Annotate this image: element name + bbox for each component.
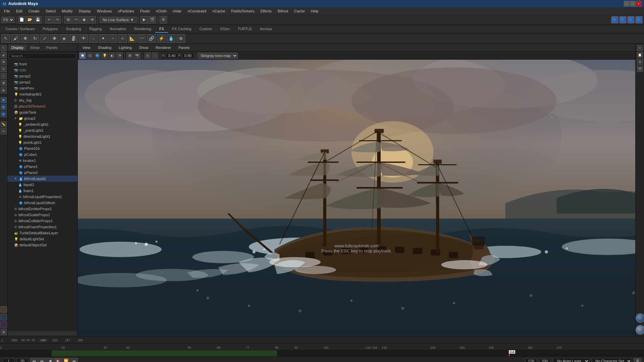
channel-box-btn[interactable]: ≡ [637, 45, 643, 51]
annotate-tool[interactable]: ✏ [1, 128, 7, 134]
snap-point-btn[interactable]: ◉ [80, 16, 88, 23]
open-scene-btn[interactable]: 📂 [26, 16, 34, 23]
render-btn[interactable]: 🎬 [149, 16, 156, 23]
range-end-input[interactable] [525, 358, 537, 362]
tree-item-bifrostcollider[interactable]: ⚙bifrostColliderProps1 [7, 218, 77, 224]
new-scene-btn[interactable]: 📄 [18, 16, 25, 23]
fx-fluid-btn[interactable]: ~ [108, 34, 117, 43]
menu-cache[interactable]: Cache [291, 8, 308, 14]
anim-layer-select[interactable]: No Anim Layer [553, 358, 590, 362]
view-menu[interactable]: View [80, 45, 93, 50]
go-end-btn[interactable]: ⏭ [70, 358, 78, 362]
tree-item-pointlight1[interactable]: 💡_pointLight1 [7, 127, 77, 133]
render-settings-btn[interactable]: 🎬 [637, 66, 643, 72]
vp-camera-btn[interactable]: 📷 [134, 52, 141, 59]
right-tool-3[interactable]: 🔵 [627, 16, 635, 23]
menu-ncloth[interactable]: nCloth [153, 8, 169, 14]
tree-item-bifrostliquid[interactable]: ▼💧bifrostLiquid1 [7, 176, 77, 182]
menu-create[interactable]: Create [26, 8, 42, 14]
tab-rigging[interactable]: Rigging [85, 25, 106, 33]
tree-item-turtle[interactable]: 🐢TurtleDefaultBakeLayer [7, 230, 77, 236]
tool-settings-btn[interactable]: ⚙ [637, 59, 643, 65]
scale-tool[interactable]: ⤢ [1, 73, 7, 79]
vp-textured-btn[interactable]: 🔷 [94, 52, 101, 59]
tree-item-texture[interactable]: 🖼place3dTexture1 [7, 103, 77, 109]
menu-nhair[interactable]: nHair [170, 8, 184, 14]
play-back-btn[interactable]: ◀ [46, 358, 54, 362]
menu-file[interactable]: File [1, 8, 13, 14]
fx-rotate-btn[interactable]: ↻ [31, 34, 39, 43]
menu-ncache[interactable]: nCache [210, 8, 228, 14]
tree-item-side[interactable]: 📷side [7, 67, 77, 73]
vp-shadow-btn[interactable]: ◐ [109, 52, 115, 59]
fx-sculpt-btn[interactable]: 🗿 [69, 34, 78, 43]
menu-windows[interactable]: Windows [94, 8, 115, 14]
far-clip-input[interactable] [182, 53, 194, 58]
tab-animation[interactable]: Animation [106, 25, 130, 33]
end-frame-input[interactable] [539, 358, 551, 362]
vp-shaded-btn[interactable]: 🔲 [79, 52, 86, 59]
step-back-btn[interactable]: ⏭ [38, 358, 46, 362]
tab-fx[interactable]: FX [155, 25, 168, 33]
tree-item-camprev[interactable]: 📷camPrev [7, 85, 77, 91]
tree-item-pplane1[interactable]: 🔷pPlane1 [7, 164, 77, 170]
tree-item-defaultlightset[interactable]: 💡defaultLightSet [7, 236, 77, 242]
material-ball-1[interactable] [636, 313, 644, 323]
vp-isolate-btn[interactable]: ◎ [144, 52, 151, 59]
save-scene-btn[interactable]: 💾 [34, 16, 42, 23]
outliner-tab-show[interactable]: Show [28, 45, 42, 50]
menu-nconstraint[interactable]: nConstraint [185, 8, 209, 14]
color-1[interactable] [0, 306, 7, 313]
step-forward-btn[interactable]: ⏩ [62, 358, 70, 362]
fx-bifrost-btn[interactable]: 💧 [167, 34, 175, 43]
rotate-tool[interactable]: ↻ [1, 66, 7, 72]
outliner-hscrollbar[interactable] [9, 332, 76, 335]
tab-fx-caching[interactable]: FX Caching [168, 25, 195, 33]
menu-select[interactable]: Select [43, 8, 59, 14]
tab-tecnica[interactable]: tecnica [256, 25, 276, 33]
fx-move-btn[interactable]: ✥ [21, 34, 30, 43]
paint-tool[interactable]: 🖌 [1, 52, 7, 58]
tab-polygons[interactable]: Polygons [39, 25, 62, 33]
menu-bifrost[interactable]: Bifrost [275, 8, 291, 14]
range-start-input[interactable] [16, 358, 28, 362]
fx-particles-btn[interactable]: ·:· [89, 34, 98, 43]
measure-tool[interactable]: 📏 [1, 121, 7, 127]
minimize-button[interactable]: — [624, 1, 629, 6]
tree-item-bifrostguide[interactable]: ⚙bifrostGuideProps1 [7, 212, 77, 218]
vp-light-btn[interactable]: 💡 [101, 52, 108, 59]
no-live-surface-button[interactable]: No Live Surface ▼ [100, 17, 137, 23]
tab-curves-surfaces[interactable]: Curves / Surfaces [1, 25, 39, 33]
tree-item-ambientlight[interactable]: 💡_ambientLight1 [7, 121, 77, 127]
anim-options-btn[interactable]: ⚙ [634, 358, 641, 362]
module-selector[interactable]: FX [1, 17, 14, 23]
tab-rendering[interactable]: Rendering [130, 25, 155, 33]
undo-btn[interactable]: ↩ [45, 16, 53, 23]
go-start-btn[interactable]: ⏮ [30, 358, 38, 362]
tab-sculpting[interactable]: Sculpting [62, 25, 85, 33]
menu-effects[interactable]: Effects [258, 8, 274, 14]
tree-item-pointlight2[interactable]: 💡pointLight1 [7, 139, 77, 145]
vp-wire-btn[interactable]: ⊡ [87, 52, 93, 59]
menu-edit[interactable]: Edit [13, 8, 25, 14]
settings-btn[interactable]: ⚙ [160, 16, 167, 23]
tree-item-directionallight[interactable]: 💡directionalLight1 [7, 133, 77, 139]
fx-ncloth-btn[interactable]: 📐 [128, 34, 137, 43]
menu-modify[interactable]: Modify [59, 8, 75, 14]
color-2[interactable] [0, 314, 7, 320]
snap-view-btn[interactable]: 👁 [89, 16, 96, 23]
color-3[interactable] [0, 321, 7, 328]
tree-item-foam1[interactable]: 💧foam1 [7, 188, 77, 194]
fx-show-btn[interactable]: 👁 [79, 34, 88, 43]
tree-item-bifrostprops[interactable]: ⚙bifrostLiquidProperties1 [7, 194, 77, 200]
vp-grid-btn[interactable]: ⊞ [126, 52, 133, 59]
maximize-button[interactable]: □ [630, 1, 635, 6]
menu-nparticles[interactable]: nParticles [115, 8, 137, 14]
tree-item-guidetank[interactable]: 📦guideTank [7, 109, 77, 115]
tab-xgen[interactable]: XGen [216, 25, 233, 33]
show-menu[interactable]: Show [137, 45, 151, 50]
menu-fluids[interactable]: Fluids [138, 8, 153, 14]
play-forward-btn[interactable]: ▶ [54, 358, 62, 362]
tree-item-bifrostmesh[interactable]: 🔷bifrostLiquid1Mesh [7, 200, 77, 206]
tree-item-bifrostemitter[interactable]: ⚙bifrostEmitterProps1 [7, 206, 77, 212]
